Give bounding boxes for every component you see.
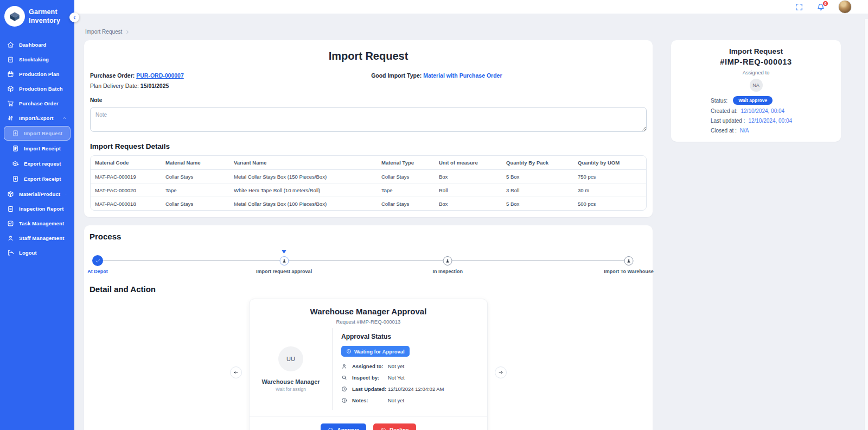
sidebar-item-label: Stocktaking [19,56,49,62]
table-row: MAT-PAC-000020TapeWhite Hem Tape Roll (1… [91,184,646,197]
user-icon [341,363,347,369]
sidebar-collapse-button[interactable] [69,12,79,22]
brand-logo-icon [4,6,25,27]
approve-button[interactable]: Approve [321,423,366,430]
sidebar-item-task-management[interactable]: Task Management [0,216,74,231]
table-cell: 500 pcs [573,197,646,211]
sidebar-item-material-product[interactable]: Material/Product [0,187,74,201]
cart-icon [7,100,14,107]
purchase-order-line: Purchase Order: PUR-ORD-000007 [90,72,371,79]
approval-field-label: Inspect by: [352,375,388,381]
previous-step-button[interactable] [230,366,242,378]
check-circle-icon [328,427,334,430]
breadcrumb: Import Request [85,29,841,35]
sidebar-item-import-request[interactable]: Import Request [4,126,71,141]
last-updated-value: 12/10/2024, 00:04 [748,118,792,124]
process-timeline: At DepotImport request approvalIn Inspec… [98,255,629,279]
import-request-card: Import Request Purchase Order: PUR-ORD-0… [84,40,653,217]
note-input[interactable] [90,107,647,132]
column-header: Material Type [377,156,435,170]
approval-field-value: Not yet [388,397,404,403]
sidebar-item-production-batch[interactable]: Production Batch [0,81,74,96]
approval-field-row: Last Updated:12/10/2024 12:04:02 AM [341,386,482,392]
approval-field-value: Not Yet [388,375,405,381]
table-cell: Metal Collar Stays Box (100 Pieces/Box) [229,197,377,211]
purchase-order-link[interactable]: PUR-ORD-000007 [136,72,184,79]
approval-carousel: Warehouse Manager Approval Request #IMP-… [90,299,647,430]
person-icon [624,256,634,265]
table-cell: Tape [161,184,229,197]
process-title: Process [90,232,647,241]
sidebar-item-inspection-report[interactable]: Inspection Report [0,201,74,216]
approval-actions: Approve Decline [250,416,487,430]
sidebar-item-label: Material/Product [19,191,60,197]
arrow-right-icon [498,370,503,375]
approval-field-value: Not yet [388,363,404,369]
closed-at-row: Closed at : N/A [711,127,834,134]
next-step-button[interactable] [495,366,507,378]
sidebar-item-stocktaking[interactable]: Stocktaking [0,52,74,67]
sidebar: Garment Inventory DashboardStocktakingPr… [0,0,74,430]
decline-button[interactable]: Decline [373,423,416,430]
clock-icon [341,386,347,392]
sidebar-item-label: Export Receipt [24,176,61,182]
approval-status-panel: Approval Status Waiting for Approval Ass… [332,328,487,410]
approver-panel: UU Warehouse Manager Wait for assign [250,328,332,410]
fullscreen-button[interactable] [795,3,803,11]
approval-status-title: Approval Status [341,333,482,340]
sidebar-item-import-export[interactable]: Import/Export [0,111,74,125]
table-cell: 3 Roll [502,184,573,197]
sidebar-item-dashboard[interactable]: Dashboard [0,37,74,52]
table-cell: Collar Stays [377,170,435,184]
waiting-approval-badge: Waiting for Approval [341,346,410,357]
sidebar-item-staff-management[interactable]: Staff Management [0,231,74,245]
table-cell: MAT-PAC-000018 [91,197,161,211]
table-cell: Roll [435,184,502,197]
detail-action-title: Detail and Action [90,284,647,294]
closed-at-label: Closed at : [711,128,737,134]
waiting-approval-badge-label: Waiting for Approval [354,349,405,355]
decline-button-label: Decline [390,427,409,430]
calendar-icon [7,71,14,78]
column-header: Quantity by UOM [573,156,646,170]
good-import-type-label: Good Import Type: [371,72,422,79]
sidebar-item-label: Import Receipt [24,146,61,151]
sidebar-item-export-receipt[interactable]: Export Receipt [4,172,71,186]
page-title: Import Request [90,50,647,62]
sidebar-item-logout[interactable]: Logout [0,245,74,260]
sidebar-item-label: Staff Management [19,235,64,241]
notifications-button[interactable]: 6 [816,3,825,11]
clipboard-check-icon [7,56,14,63]
info-row: Purchase Order: PUR-ORD-000007 Good Impo… [90,72,647,79]
task-icon [7,220,14,227]
purchase-order-label: Purchase Order: [90,72,135,79]
breadcrumb-link[interactable]: Import Request [85,29,122,35]
summary-rows: Status: Wait approve Created at: 12/10/2… [711,96,834,134]
good-import-type-value[interactable]: Material with Purchase Order [423,72,502,79]
column-header: Unit of measure [435,156,502,170]
note-label: Note [90,97,647,103]
doc-export-icon [12,175,19,182]
chevron-right-icon [125,29,130,35]
arrow-left-icon [233,370,239,375]
plan-delivery-label: Plan Delivery Date: [90,83,139,89]
approval-card: Warehouse Manager Approval Request #IMP-… [249,299,488,430]
details-title: Import Request Details [90,142,647,150]
sidebar-item-import-receipt[interactable]: Import Receipt [4,141,71,156]
doc-receipt-icon [12,145,19,152]
table-cell: Box [435,197,502,211]
table-cell: MAT-PAC-000019 [91,170,161,184]
status-label: Status: [711,98,727,104]
approval-card-title: Warehouse Manager Approval [250,307,487,316]
table-header-row: Material CodeMaterial NameVariant NameMa… [91,156,646,170]
sidebar-item-export-request[interactable]: Export request [4,156,71,171]
app-root: Garment Inventory DashboardStocktakingPr… [0,0,868,430]
process-step-4: Import To Warehouse [624,255,634,265]
package-icon [7,191,14,198]
created-at-row: Created at: 12/10/2024, 00:04 [711,108,834,115]
table-cell: 750 pcs [573,170,646,184]
sidebar-item-purchase-order[interactable]: Purchase Order [0,96,74,111]
table-cell: Collar Stays [377,197,435,211]
sidebar-item-production-plan[interactable]: Production Plan [0,67,74,81]
user-avatar[interactable] [838,0,852,14]
